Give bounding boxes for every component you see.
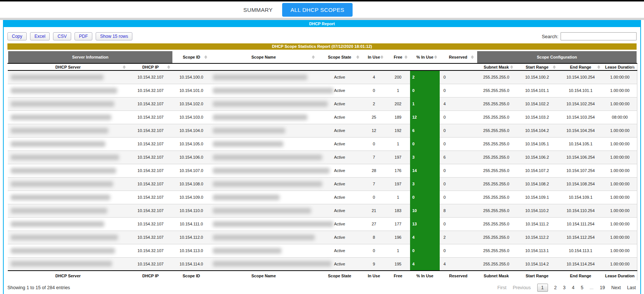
table-row: 10.154.32.107 10.154.105.0 Active 0 1 0 … xyxy=(8,137,637,151)
column-header-lease-duration[interactable]: Lease Duration xyxy=(603,63,637,70)
pdf-button[interactable]: PDF xyxy=(75,32,92,40)
column-header-pct-in-use[interactable]: % In Use xyxy=(410,51,440,63)
header-spacer xyxy=(173,63,477,70)
start-range-cell: 10.154.111.2 xyxy=(516,217,558,231)
pct-in-use-cell: 0 xyxy=(410,191,440,204)
pagination-previous[interactable]: Previous xyxy=(513,285,531,290)
scope-state-cell: Active xyxy=(317,231,362,244)
dhcp-server-redacted xyxy=(11,208,107,214)
start-range-cell: 10.154.101.1 xyxy=(516,84,558,97)
dhcp-server-redacted xyxy=(11,168,116,174)
dhcp-ip-cell: 10.154.32.107 xyxy=(128,204,173,217)
scope-id-cell: 10.154.103.0 xyxy=(173,110,210,124)
in-use-cell: 12 xyxy=(362,124,386,137)
tab-summary[interactable]: SUMMARY xyxy=(243,7,273,13)
column-header-dhcp-server[interactable]: DHCP Server xyxy=(8,63,128,70)
scope-name-redacted xyxy=(213,235,315,240)
scope-id-cell: 10.154.100.0 xyxy=(173,70,210,84)
dhcp-server-redacted xyxy=(11,141,105,147)
column-header-start-range[interactable]: Start Range xyxy=(516,63,558,70)
scope-name-redacted xyxy=(213,195,280,200)
column-header-subnet-mask[interactable]: Subnet Mask xyxy=(477,63,516,70)
report-title-bar: DHCP Scope Statistics Report (07/12/2020… xyxy=(7,43,637,50)
dhcp-server-redacted xyxy=(11,195,110,200)
scope-id-cell: 10.154.114.0 xyxy=(173,257,210,271)
column-header-dhcp-ip[interactable]: DHCP IP xyxy=(128,63,173,70)
sort-icon[interactable] xyxy=(404,55,407,59)
scope-name-redacted xyxy=(213,155,322,160)
subnet-mask-cell: 255.255.255.0 xyxy=(477,137,516,151)
subnet-mask-cell: 255.255.255.0 xyxy=(477,191,516,204)
sort-icon[interactable] xyxy=(204,55,207,59)
lease-duration-cell: 1.00:00:00 xyxy=(603,204,637,217)
search-input[interactable] xyxy=(561,32,637,40)
pagination-last[interactable]: Last xyxy=(627,285,636,290)
free-cell: 183 xyxy=(386,204,410,217)
sort-icon[interactable] xyxy=(510,65,513,69)
pagination-first[interactable]: First xyxy=(498,285,506,290)
sort-icon[interactable] xyxy=(553,65,556,69)
table-row: 10.154.32.107 10.154.114.0 Active 9 195 … xyxy=(8,257,637,271)
scope-id-cell: 10.154.101.0 xyxy=(173,84,210,97)
column-header-scope-id[interactable]: Scope ID xyxy=(173,51,210,63)
pct-in-use-cell: 1 xyxy=(410,97,440,110)
subnet-mask-cell: 255.255.255.0 xyxy=(477,70,516,84)
in-use-cell: 7 xyxy=(362,177,386,191)
scope-name-redacted xyxy=(213,168,330,174)
reserved-cell: 0 xyxy=(440,244,477,257)
scope-name-redacted xyxy=(213,101,328,107)
sort-icon[interactable] xyxy=(471,55,474,59)
scope-id-cell: 10.154.102.0 xyxy=(173,97,210,110)
csv-button[interactable]: CSV xyxy=(53,32,71,40)
pagination-page-1[interactable]: 1 xyxy=(537,284,548,292)
column-header-free[interactable]: Free xyxy=(386,51,410,63)
pagination-page-2[interactable]: 2 xyxy=(554,285,557,290)
in-use-cell: 21 xyxy=(362,204,386,217)
pct-in-use-cell: 3 xyxy=(410,151,440,164)
pagination-next[interactable]: Next xyxy=(611,285,621,290)
column-header-reserved[interactable]: Reserved xyxy=(440,51,477,63)
tab-bar: SUMMARY ALL DHCP SCOPES xyxy=(0,1,620,18)
table-row: 10.154.32.107 10.154.113.0 Active 0 1 0 … xyxy=(8,244,637,257)
sort-icon[interactable] xyxy=(167,65,170,69)
show-rows-button[interactable]: Show 15 rows xyxy=(96,32,132,40)
sort-icon[interactable] xyxy=(356,55,359,59)
free-cell: 189 xyxy=(386,110,410,124)
excel-button[interactable]: Excel xyxy=(30,32,50,40)
sort-icon[interactable] xyxy=(597,65,600,69)
scope-id-cell: 10.154.106.0 xyxy=(173,151,210,164)
pagination-page-5[interactable]: 5 xyxy=(581,285,583,290)
dhcp-ip-cell: 10.154.32.107 xyxy=(128,231,173,244)
pagination-page-3[interactable]: 3 xyxy=(563,285,565,290)
scope-state-cell: Active xyxy=(317,177,362,191)
column-header-in-use[interactable]: In Use xyxy=(362,51,386,63)
copy-button[interactable]: Copy xyxy=(7,32,27,40)
sort-icon[interactable] xyxy=(312,55,315,59)
sort-icon[interactable] xyxy=(380,55,383,59)
table-row: 10.154.32.107 10.154.109.0 Active 0 1 0 … xyxy=(8,191,637,204)
start-range-cell: 10.154.112.2 xyxy=(516,231,558,244)
lease-duration-cell: 1.00:00:00 xyxy=(603,231,637,244)
end-range-cell: 10.154.106.254 xyxy=(558,151,603,164)
sort-icon[interactable] xyxy=(434,55,437,59)
pagination-page-4[interactable]: 4 xyxy=(572,285,574,290)
start-range-cell: 10.154.100.2 xyxy=(516,70,558,84)
in-use-cell: 0 xyxy=(362,191,386,204)
sort-icon[interactable] xyxy=(123,65,126,69)
scope-id-cell: 10.154.108.0 xyxy=(173,177,210,191)
free-cell: 195 xyxy=(386,257,410,271)
column-header-end-range[interactable]: End Range xyxy=(558,63,603,70)
end-range-cell: 10.154.104.254 xyxy=(558,124,603,137)
tab-all-dhcp-scopes[interactable]: ALL DHCP SCOPES xyxy=(282,3,352,17)
dhcp-server-redacted xyxy=(11,221,104,227)
reserved-cell: 0 xyxy=(440,217,477,231)
sort-icon[interactable] xyxy=(631,65,634,69)
table-row: 10.154.32.107 10.154.111.0 Active 27 177… xyxy=(8,217,637,231)
start-range-cell: 10.154.103.2 xyxy=(516,110,558,124)
pagination-page-19[interactable]: 19 xyxy=(600,285,605,290)
column-header-scope-state[interactable]: Scope State xyxy=(317,51,362,63)
reserved-cell: 2 xyxy=(440,231,477,244)
column-header-scope-name[interactable]: Scope Name xyxy=(210,51,317,63)
pct-in-use-cell: 4 xyxy=(410,231,440,244)
scope-name-redacted xyxy=(213,115,307,120)
